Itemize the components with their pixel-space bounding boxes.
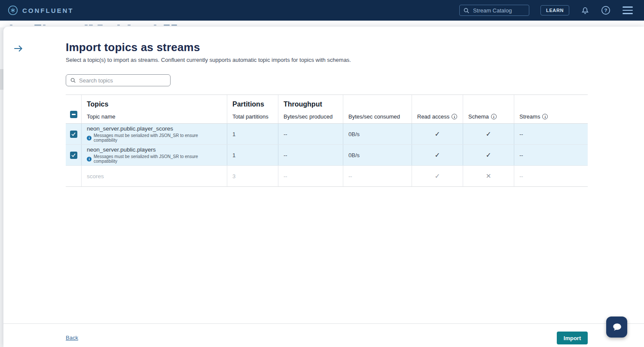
column-header-read-access: Read access: [417, 113, 449, 120]
help-icon[interactable]: ?: [601, 6, 610, 15]
topic-name: neon_server.public.player_scores: [87, 125, 222, 132]
read-access-check-icon: ✓: [435, 151, 440, 159]
column-header-total-partitions: Total partitions: [232, 113, 273, 120]
cell-streams: --: [519, 152, 583, 158]
collapse-panel-arrow-icon[interactable]: [13, 43, 24, 54]
page-title: Import topics as streams: [66, 41, 200, 54]
cell-bytes-consumed: 0B/s: [348, 152, 406, 158]
cell-bytes-produced: --: [284, 173, 338, 180]
topic-name: scores: [87, 173, 222, 180]
info-icon: i: [87, 157, 92, 161]
cell-partitions: 1: [232, 131, 273, 137]
confluent-logo[interactable]: CONFLUENT: [8, 5, 74, 15]
select-all-checkbox[interactable]: [70, 111, 77, 118]
cell-streams: --: [519, 131, 583, 137]
back-link[interactable]: Back: [66, 335, 78, 341]
check-icon: [71, 131, 76, 137]
topic-search-input[interactable]: [79, 77, 161, 84]
schema-info-icon[interactable]: i: [491, 114, 497, 119]
row-checkbox-checked[interactable]: [70, 152, 77, 159]
topic-note-text: Messages must be serialized with JSON_SR…: [94, 154, 222, 164]
group-header-throughput: Throughput: [284, 100, 338, 108]
brand-wordmark: CONFLUENT: [22, 7, 74, 14]
import-button[interactable]: Import: [557, 332, 588, 344]
column-header-topic-name: Topic name: [87, 113, 222, 120]
cell-partitions: 3: [232, 173, 273, 180]
check-icon: [71, 152, 76, 158]
top-navbar: CONFLUENT LEARN ?: [0, 0, 644, 21]
group-header-partitions: Partitions: [232, 100, 273, 108]
cell-partitions: 1: [232, 152, 273, 158]
background-panel-edge: [0, 69, 3, 90]
topic-note-text: Messages must be serialized with JSON_SR…: [94, 133, 222, 143]
cell-bytes-consumed: 0B/s: [348, 131, 406, 137]
chat-widget-button[interactable]: [606, 317, 627, 338]
import-topics-panel: Import topics as streams Select a topic(…: [3, 27, 644, 347]
info-icon: i: [87, 136, 92, 140]
cell-bytes-produced: --: [284, 131, 338, 137]
navbar-right: LEARN ?: [459, 5, 634, 16]
topic-name: neon_server.public.players: [87, 146, 222, 153]
column-header-schema: Schema: [468, 113, 489, 120]
chat-bubble-icon: [611, 322, 623, 333]
schema-cross-icon: ✕: [486, 172, 491, 180]
menu-hamburger-icon[interactable]: [622, 6, 634, 15]
read-access-check-icon: ✓: [435, 130, 440, 138]
notifications-bell-icon[interactable]: [580, 6, 590, 15]
page: CONFLUENT LEARN ?: [0, 0, 644, 347]
stream-catalog-search[interactable]: [459, 5, 529, 16]
table-row-disabled: scores 3 -- -- ✓ ✕ --: [66, 166, 588, 187]
search-icon: [463, 7, 470, 14]
background-page-edge: [0, 27, 3, 347]
svg-text:?: ?: [604, 8, 607, 13]
cell-bytes-consumed: --: [348, 173, 406, 180]
column-header-bytes-produced: Bytes/sec produced: [284, 113, 338, 120]
footer-divider: [3, 323, 644, 324]
read-access-info-icon[interactable]: i: [452, 114, 457, 119]
schema-check-icon: ✓: [486, 151, 491, 159]
stream-catalog-input[interactable]: [473, 7, 520, 14]
table-header-row: Topics Topic name Partitions Total parti…: [66, 94, 588, 124]
table-row[interactable]: neon_server.public.player_scores i Messa…: [66, 124, 588, 145]
confluent-spark-icon: [8, 5, 18, 15]
table-row[interactable]: neon_server.public.players i Messages mu…: [66, 145, 588, 166]
learn-button[interactable]: LEARN: [540, 5, 569, 15]
schema-check-icon: ✓: [486, 130, 491, 138]
row-checkbox-checked[interactable]: [70, 131, 77, 138]
column-header-streams: Streams: [519, 113, 540, 120]
group-header-topics: Topics: [87, 100, 222, 108]
page-subtitle: Select a topic(s) to import as streams. …: [66, 57, 351, 63]
cell-bytes-produced: --: [284, 152, 338, 158]
column-header-bytes-consumed: Bytes/sec consumed: [348, 113, 406, 120]
topics-table: Topics Topic name Partitions Total parti…: [66, 94, 588, 187]
topic-search-box[interactable]: [66, 74, 171, 86]
search-icon: [70, 77, 76, 83]
cell-streams: --: [519, 173, 583, 180]
indeterminate-mark: [72, 114, 76, 115]
streams-info-icon[interactable]: i: [542, 114, 548, 119]
read-access-check-icon: ✓: [435, 172, 440, 180]
